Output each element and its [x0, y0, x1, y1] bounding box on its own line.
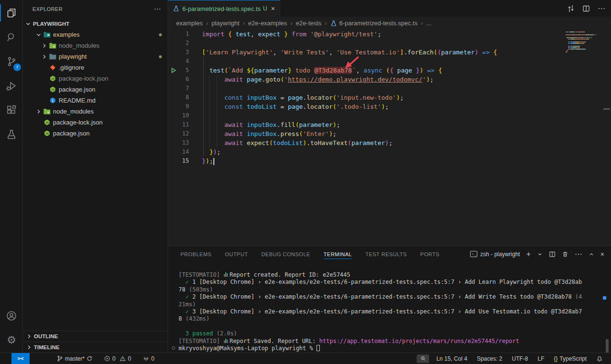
code-line-6[interactable]: 6 await page.goto('https://demo.playwrig…: [168, 75, 611, 84]
source-control-icon[interactable]: 7: [0, 50, 23, 73]
code-text: });: [202, 156, 214, 166]
code-line-11[interactable]: 11 await inputBox.fill(parameter);: [168, 120, 611, 129]
chevron-down-icon: [25, 21, 32, 27]
cursor-position-item[interactable]: Ln 15, Col 4: [434, 354, 470, 364]
explorer-title: EXPLORER: [32, 6, 63, 12]
tree-item-package-json[interactable]: JSpackage.json: [23, 128, 168, 139]
code-line-2[interactable]: 2: [168, 39, 611, 48]
tree-item-gitignore[interactable]: .gitignore: [23, 62, 168, 73]
terminal-scrollbar[interactable]: [606, 339, 609, 353]
split-terminal-icon[interactable]: [549, 251, 556, 258]
zoom-status-icon[interactable]: [417, 354, 429, 363]
code-line-4[interactable]: 4: [168, 57, 611, 66]
minimap-line: [566, 47, 607, 48]
split-editor-icon[interactable]: [582, 5, 590, 12]
tree-item-readme-md[interactable]: README.md: [23, 95, 168, 106]
extensions-icon[interactable]: [0, 99, 23, 122]
breadcrumb-item-e2e-examples[interactable]: e2e-examples: [248, 20, 287, 27]
breadcrumb-label: examples: [176, 20, 203, 27]
workspace-root-playwright[interactable]: PLAYWRIGHT: [23, 18, 168, 29]
panel-more-icon[interactable]: ⋯: [575, 250, 582, 259]
panel-tab-test-results[interactable]: TEST RESULTS: [365, 250, 407, 259]
breadcrumb-item-examples[interactable]: examples: [176, 20, 203, 27]
terminal-output[interactable]: [TESTOMATIO] Report created. Report ID: …: [168, 262, 611, 352]
code-text: await expect(todoList).toHaveText(parame…: [202, 138, 392, 147]
code-line-14[interactable]: 14 });: [168, 147, 611, 156]
terminal-session-select[interactable]: ›_ zsh - playwright: [470, 251, 520, 258]
tree-item-node-modules[interactable]: node_modules: [23, 40, 168, 51]
panel-tab-debug-console[interactable]: DEBUG CONSOLE: [261, 250, 310, 259]
language-mode-item[interactable]: {} TypeScript: [551, 354, 589, 364]
minimap-line: [566, 31, 607, 32]
code-line-10[interactable]: 10: [168, 111, 611, 120]
panel-tab-ports[interactable]: PORTS: [420, 250, 439, 259]
panel-tab-terminal[interactable]: TERMINAL: [324, 250, 352, 259]
indentation-item[interactable]: Spaces: 2: [474, 354, 505, 364]
code-line-15[interactable]: 15});: [168, 156, 611, 166]
tree-item-label: package.json: [53, 130, 90, 137]
close-icon[interactable]: ×: [271, 5, 275, 12]
testing-flask-icon[interactable]: [0, 123, 23, 146]
code-line-9[interactable]: 9 const todoList = page.locator('.todo-l…: [168, 102, 611, 111]
git-branch-item[interactable]: master*: [54, 354, 95, 364]
accounts-icon[interactable]: [0, 304, 23, 327]
maximize-panel-chevron-icon[interactable]: [589, 251, 594, 257]
indent-guide: [203, 57, 204, 156]
editor-group: 6-parametrized-tests.spec.ts U × ⋯ examp…: [168, 0, 611, 353]
code-line-13[interactable]: 13 await expect(todoList).toHaveText(par…: [168, 138, 611, 147]
breadcrumb-item-[interactable]: ...: [426, 20, 432, 27]
code-line-8[interactable]: 8 const inputBox = page.locator('input.n…: [168, 93, 611, 102]
run-test-play-icon[interactable]: [168, 66, 180, 75]
run-debug-icon[interactable]: [0, 74, 23, 97]
notifications-bell-icon[interactable]: [594, 354, 605, 364]
breadcrumb-separator: ›: [291, 20, 293, 27]
remote-indicator[interactable]: ><: [11, 353, 30, 364]
explorer-more-icon[interactable]: ⋯: [154, 5, 161, 13]
minimap[interactable]: [566, 31, 607, 53]
encoding-item[interactable]: UTF-8: [509, 354, 530, 364]
terminal-row: [TESTOMATIO] Report Saved. Report URL: h…: [179, 338, 611, 345]
more-actions-icon[interactable]: ⋯: [598, 4, 605, 13]
terminal-dropdown-chevron-icon[interactable]: [537, 251, 543, 257]
tree-item-node-modules[interactable]: node_modules: [23, 106, 168, 117]
tree-item-package-lock-json[interactable]: JSpackage-lock.json: [23, 73, 168, 84]
outline-pane[interactable]: OUTLINE: [23, 331, 168, 342]
code-line-3[interactable]: 3['Learn Playwright', 'Write Tests', 'Us…: [168, 48, 611, 57]
tree-item-playwright[interactable]: playwright: [23, 51, 168, 62]
timeline-pane[interactable]: TIMELINE: [23, 342, 168, 353]
code-line-5[interactable]: 5 test(`Add ${parameter} todo @T3d28ab78…: [168, 66, 611, 75]
radio-tower-icon: [143, 355, 149, 362]
terminal-row: 78 (503ms): [179, 286, 611, 293]
minimap-line: [566, 52, 607, 52]
tree-item-examples[interactable]: examples: [23, 29, 168, 40]
explorer-icon[interactable]: [0, 1, 23, 24]
tab-spec-file[interactable]: 6-parametrized-tests.spec.ts U ×: [168, 0, 280, 17]
glyph-margin: [168, 120, 180, 129]
open-changes-icon[interactable]: [567, 5, 575, 12]
terminal-row: ✓ 2 [Desktop Chrome] › e2e-examples/e2e-…: [179, 293, 611, 301]
breadcrumb-item-playwright[interactable]: playwright: [211, 20, 240, 27]
new-terminal-icon[interactable]: +: [526, 250, 530, 259]
folder-playwright-icon: [48, 53, 57, 60]
breadcrumb-item-6-parametrized-tests-spec-ts[interactable]: 6-parametrized-tests.spec.ts: [330, 20, 418, 27]
ports-item[interactable]: 0: [140, 354, 157, 364]
settings-gear-icon[interactable]: ⚙: [0, 329, 23, 352]
close-panel-icon[interactable]: ×: [600, 250, 604, 258]
eol-item[interactable]: LF: [535, 354, 547, 364]
problems-item[interactable]: 0 0: [102, 354, 133, 364]
code-line-1[interactable]: 1import { test, expect } from '@playwrig…: [168, 30, 611, 39]
panel-tab-problems[interactable]: PROBLEMS: [180, 250, 211, 259]
code-line-12[interactable]: 12 await inputBox.press('Enter');: [168, 129, 611, 138]
breadcrumb-item-e2e-tests[interactable]: e2e-tests: [296, 20, 321, 27]
tree-item-package-lock-json[interactable]: JSpackage-lock.json: [23, 117, 168, 128]
panel-tab-output[interactable]: OUTPUT: [225, 250, 248, 259]
code-editor[interactable]: 1import { test, expect } from '@playwrig…: [168, 30, 611, 246]
search-icon[interactable]: [0, 26, 23, 49]
kill-terminal-trash-icon[interactable]: [562, 251, 569, 258]
code-text: await page.goto('https://demo.playwright…: [202, 75, 433, 84]
terminal-row: 21ms): [179, 301, 611, 308]
tree-item-package-json[interactable]: JSpackage.json: [23, 84, 168, 95]
code-line-7[interactable]: 7: [168, 84, 611, 93]
terminal-report-link[interactable]: https://app.testomat.io/projects/mars/ru…: [319, 338, 519, 344]
overview-ruler-marker: [603, 108, 610, 110]
